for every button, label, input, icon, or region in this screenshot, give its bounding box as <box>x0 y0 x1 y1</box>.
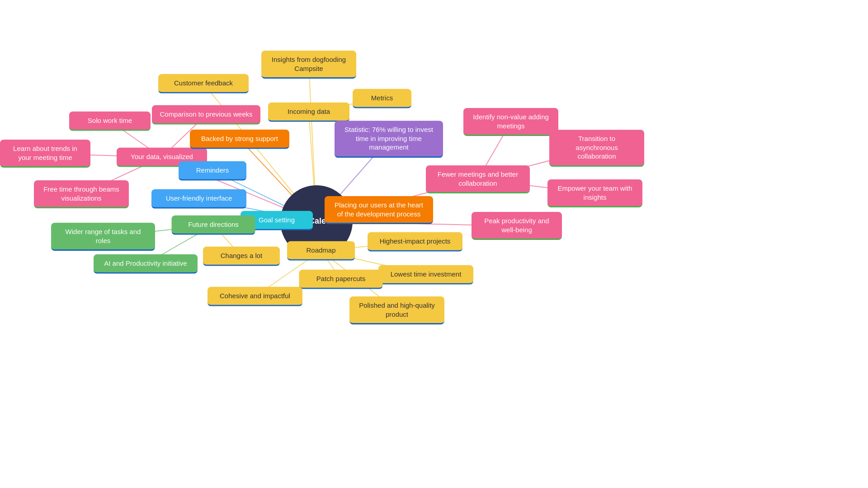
node-lowest-time[interactable]: Lowest time investment <box>378 265 473 285</box>
node-solo-work[interactable]: Solo work time <box>69 112 151 131</box>
node-roadmap[interactable]: Roadmap <box>287 241 355 261</box>
node-free-time[interactable]: Free time through beams visualizations <box>34 180 129 208</box>
node-statistic[interactable]: Statistic: 76% willing to invest time in… <box>335 121 443 158</box>
node-identify-non-value[interactable]: Identify non-value adding meetings <box>463 108 558 136</box>
node-cohesive[interactable]: Cohesive and impactful <box>208 287 302 306</box>
node-backed-support[interactable]: Backed by strong support <box>190 130 289 149</box>
mind-map-container: Rise CalendarYour data, visualizedSolo w… <box>0 0 868 488</box>
node-transition-async[interactable]: Transition to asynchronous collaboration <box>549 130 644 167</box>
node-incoming-data[interactable]: Incoming data <box>268 103 349 122</box>
node-comparison[interactable]: Comparison to previous weeks <box>152 105 260 125</box>
node-fewer-meetings[interactable]: Fewer meetings and better collaboration <box>426 165 530 193</box>
node-peak-productivity[interactable]: Peak productivity and well-being <box>472 212 562 240</box>
node-polished[interactable]: Polished and high-quality product <box>349 296 444 324</box>
node-reminders[interactable]: Reminders <box>179 161 246 181</box>
node-wider-range[interactable]: Wider range of tasks and roles <box>51 223 155 251</box>
node-placing-users[interactable]: Placing our users at the heart of the de… <box>325 196 433 224</box>
node-future-directions[interactable]: Future directions <box>172 216 255 235</box>
node-insights-dogfooding[interactable]: Insights from dogfooding Campsite <box>261 51 356 79</box>
node-ai-productivity[interactable]: AI and Productivity initiative <box>94 254 198 274</box>
node-user-friendly[interactable]: User-friendly interface <box>151 189 246 209</box>
node-empower-team[interactable]: Empower your team with insights <box>547 179 642 207</box>
node-changes-lot[interactable]: Changes a lot <box>203 247 280 266</box>
node-highest-impact[interactable]: Highest-impact projects <box>368 232 462 252</box>
node-patch-papercuts[interactable]: Patch papercuts <box>299 270 383 289</box>
node-customer-feedback[interactable]: Customer feedback <box>158 74 249 94</box>
node-metrics[interactable]: Metrics <box>353 89 411 108</box>
node-learn-trends[interactable]: Learn about trends in your meeting time <box>0 140 90 168</box>
